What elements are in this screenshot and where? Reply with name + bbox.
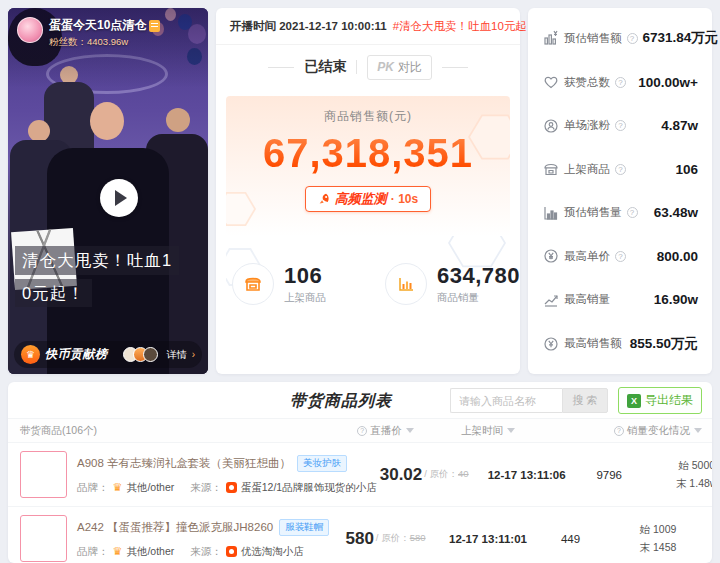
product-name[interactable]: A908 辛有志臻润礼盒套装（美丽狂想曲） xyxy=(77,456,291,471)
listed-products-label: 上架商品 xyxy=(284,291,326,305)
crown-coin-icon: ♛ xyxy=(21,345,40,364)
volume-end: 末 1.48w xyxy=(676,477,712,491)
live-price: 580 xyxy=(345,529,373,549)
person-silhouette xyxy=(166,108,190,132)
help-icon[interactable] xyxy=(615,77,626,88)
pk-compare-button[interactable]: PK 对比 xyxy=(367,55,432,80)
high-frequency-monitor-button[interactable]: 高频监测 · 10s xyxy=(305,186,431,212)
metric-row-total-likes: 获赞总数 100.00w+ xyxy=(542,74,698,91)
bar-chart-icon xyxy=(385,263,427,305)
volume-start: 始 5000 xyxy=(678,459,712,473)
source-label: 来源： xyxy=(190,481,222,495)
table-row[interactable]: A242 【蛋蛋推荐】撞色派克服JH8260 服装鞋帽 品牌： ♛ 其他/oth… xyxy=(8,506,712,563)
table-header-row: 带货商品(106个) 直播价 上架时间 销量变化情况 销售额 xyxy=(8,418,712,442)
pk-compare-label: 对比 xyxy=(398,59,422,76)
help-icon[interactable] xyxy=(615,164,626,175)
shop-logo-icon xyxy=(226,482,237,493)
sort-caret-icon xyxy=(694,428,702,433)
help-icon[interactable] xyxy=(615,251,626,262)
brand-value: 其他/other xyxy=(126,481,174,495)
sales-amount-icon xyxy=(542,30,559,47)
shop-icon xyxy=(232,263,274,305)
live-analytics-dashboard: 蛋蛋今天10点清仓 粉丝数：4403.96w 清仓大甩卖！吐血1 0元起！ ♛ … xyxy=(0,0,720,563)
column-listed-time[interactable]: 上架时间 xyxy=(433,424,543,438)
excel-icon xyxy=(627,394,641,408)
details-link[interactable]: 详情 xyxy=(167,348,187,362)
streamer-avatar[interactable] xyxy=(17,17,43,43)
help-icon[interactable] xyxy=(615,120,626,131)
metric-row-estimated-sales-amount: 预估销售额 6731.84万元 xyxy=(542,29,698,47)
help-icon[interactable] xyxy=(627,207,638,218)
divider xyxy=(356,60,357,74)
table-title: 带货商品列表 xyxy=(290,391,392,412)
source-value[interactable]: 蛋蛋12/1品牌服饰现货的小店 xyxy=(241,481,377,495)
volume-start: 始 1009 xyxy=(640,523,677,537)
brand-label: 品牌： xyxy=(77,481,109,495)
help-icon[interactable] xyxy=(627,33,638,44)
yen-circle-icon xyxy=(542,248,559,265)
metric-row-highest-volume: 最高销量 16.90w xyxy=(542,291,698,308)
help-icon[interactable] xyxy=(614,426,624,436)
tab-ended[interactable]: 已结束 xyxy=(304,58,346,76)
live-stat-summary: 106 上架商品 634,780 商品销量 xyxy=(216,263,520,305)
category-tag: 美妆护肤 xyxy=(297,455,347,472)
product-image[interactable] xyxy=(20,515,67,562)
chevron-right-icon: › xyxy=(192,349,195,360)
note-icon[interactable] xyxy=(149,20,160,32)
search-input[interactable] xyxy=(450,388,562,413)
stream-caption: 清仓大甩卖！吐血1 0元起！ xyxy=(15,246,179,311)
sales-amount-value: 67,318,351 xyxy=(226,131,510,176)
listed-products-value: 106 xyxy=(284,263,326,289)
metric-row-highest-price: 最高单价 800.00 xyxy=(542,248,698,265)
column-volume-change[interactable]: 销量变化情况 xyxy=(598,424,712,438)
table-toolbar: 带货商品列表 搜 索 导出结果 xyxy=(8,382,712,418)
contributor-avatars[interactable] xyxy=(123,347,158,362)
sort-caret-icon xyxy=(406,428,414,433)
product-sales-label: 商品销量 xyxy=(437,291,520,305)
product-name[interactable]: A242 【蛋蛋推荐】撞色派克服JH8260 xyxy=(77,520,273,535)
follower-icon xyxy=(542,117,559,134)
column-live-price[interactable]: 直播价 xyxy=(338,424,433,438)
crown-icon: ♛ xyxy=(113,481,123,494)
help-icon[interactable] xyxy=(357,426,367,436)
live-header: 开播时间 2021-12-17 10:00:11 #清仓大甩卖！吐血10元起！ xyxy=(216,8,520,45)
sales-amount-title: 商品销售额(元) xyxy=(226,108,510,125)
shop-logo-icon xyxy=(226,546,237,557)
sort-caret-icon xyxy=(507,428,515,433)
live-topic: #清仓大甩卖！吐血10元起！ xyxy=(393,19,539,34)
source-value[interactable]: 优选淘淘小店 xyxy=(241,545,304,559)
listed-products-stat: 106 上架商品 xyxy=(232,263,365,305)
gift-rank-label: 快币贡献榜 xyxy=(45,346,108,363)
column-product: 带货商品(106个) xyxy=(20,424,338,438)
yen-circle-icon xyxy=(542,335,559,352)
play-button[interactable] xyxy=(100,179,138,217)
original-price: 580 xyxy=(410,532,426,543)
volume-chart-icon xyxy=(542,204,559,221)
monitor-label: 高频监测 xyxy=(335,190,387,208)
metric-row-estimated-sales-volume: 预估销售量 63.48w xyxy=(542,204,698,221)
caption-line: 0元起！ xyxy=(15,279,92,308)
heart-icon xyxy=(542,74,559,91)
sold-count: 9796 xyxy=(582,469,637,481)
rocket-icon xyxy=(318,193,331,206)
table-row[interactable]: A908 辛有志臻润礼盒套装（美丽狂想曲） 美妆护肤 品牌： ♛ 其他/othe… xyxy=(8,442,712,506)
gift-rank-bar[interactable]: ♛ 快币贡献榜 详情 › xyxy=(14,341,202,368)
play-icon xyxy=(115,190,127,206)
volume-change: 始 5000 末 1.48w xyxy=(637,459,712,491)
divider xyxy=(442,67,468,68)
sold-count: 449 xyxy=(543,533,598,545)
shop-icon xyxy=(542,161,559,178)
brand-label: 品牌： xyxy=(77,545,109,559)
search-button[interactable]: 搜 索 xyxy=(562,388,608,413)
live-sales-card: 开播时间 2021-12-17 10:00:11 #清仓大甩卖！吐血10元起！ … xyxy=(216,8,520,374)
export-results-button[interactable]: 导出结果 xyxy=(618,387,702,414)
crown-icon: ♛ xyxy=(113,545,123,558)
metric-row-new-followers: 单场涨粉 4.87w xyxy=(542,117,698,134)
metrics-panel: 预估销售额 6731.84万元 获赞总数 100.00w+ 单场涨粉 4.87w… xyxy=(528,8,712,374)
pk-icon: PK xyxy=(377,60,394,74)
product-search: 搜 索 xyxy=(450,388,608,413)
live-video-player[interactable]: 蛋蛋今天10点清仓 粉丝数：4403.96w 清仓大甩卖！吐血1 0元起！ ♛ … xyxy=(8,8,208,374)
brand-value: 其他/other xyxy=(126,545,174,559)
product-image[interactable] xyxy=(20,451,67,498)
volume-change: 始 1009 末 1458 xyxy=(598,523,712,555)
